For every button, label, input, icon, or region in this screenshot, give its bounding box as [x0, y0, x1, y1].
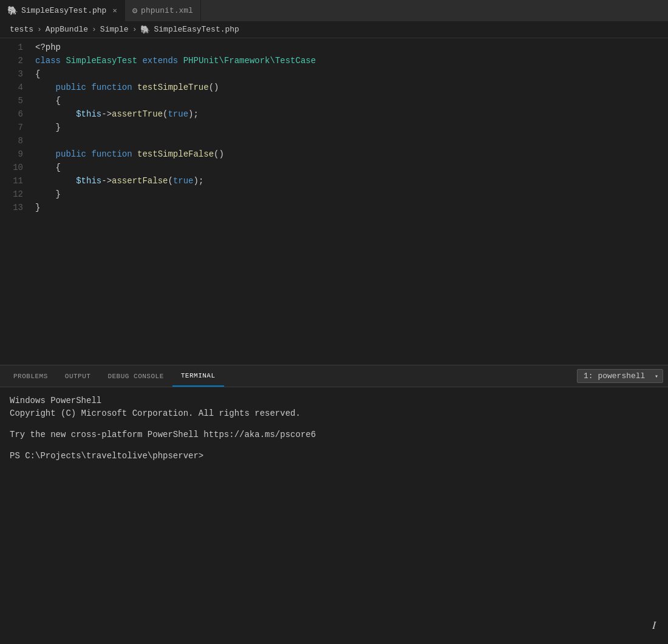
panel-tab-bar: PROBLEMS OUTPUT DEBUG CONSOLE TERMINAL 1…	[0, 365, 668, 387]
code-line-3: {	[35, 67, 663, 81]
code-line-2: class SimpleEasyTest extends PHPUnit\Fra…	[35, 54, 663, 67]
code-content[interactable]: <?php class SimpleEasyTest extends PHPUn…	[30, 41, 668, 362]
breadcrumb-sep-2: ›	[92, 25, 97, 34]
terminal-blank-2	[10, 441, 658, 450]
code-line-7: }	[35, 121, 663, 134]
tab-terminal[interactable]: TERMINAL	[172, 365, 224, 387]
terminal-prompt: PS C:\Projects\traveltolive\phpserver>	[10, 450, 658, 463]
cursor-indicator: 𝐼	[652, 619, 656, 632]
terminal-line-1: Windows PowerShell	[10, 395, 658, 407]
tab-label: phpunit.xml	[141, 6, 193, 15]
code-line-1: <?php	[35, 41, 663, 54]
xml-file-icon: ⚙	[132, 5, 137, 16]
code-line-12: }	[35, 188, 663, 201]
breadcrumb-part-tests[interactable]: tests	[10, 25, 33, 34]
tab-bar: 🐘 SimpleEasyTest.php ✕ ⚙ phpunit.xml	[0, 0, 668, 21]
code-line-11: $this->assertFalse(true);	[35, 174, 663, 188]
code-line-13: }	[35, 201, 663, 214]
breadcrumb-sep-3: ›	[132, 25, 137, 34]
php-file-icon: 🐘	[7, 5, 18, 16]
code-line-4: public function testSimpleTrue()	[35, 81, 663, 94]
code-editor: 1 2 3 4 5 6 7 8 9 10 11 12 13 <?php clas…	[0, 38, 668, 365]
code-area[interactable]: 1 2 3 4 5 6 7 8 9 10 11 12 13 <?php clas…	[0, 38, 668, 365]
breadcrumb: tests › AppBundle › Simple › 🐘 SimpleEas…	[0, 21, 668, 38]
code-line-6: $this->assertTrue(true);	[35, 107, 663, 121]
tab-simpleeasytest[interactable]: 🐘 SimpleEasyTest.php ✕	[0, 0, 125, 21]
breadcrumb-part-simple[interactable]: Simple	[100, 25, 129, 34]
panel: PROBLEMS OUTPUT DEBUG CONSOLE TERMINAL 1…	[0, 365, 668, 644]
tab-phpunit[interactable]: ⚙ phpunit.xml	[125, 0, 201, 21]
tab-problems[interactable]: PROBLEMS	[5, 365, 56, 387]
terminal-content[interactable]: Windows PowerShell Copyright (C) Microso…	[0, 387, 668, 644]
tab-close-button[interactable]: ✕	[112, 6, 117, 15]
tab-label: SimpleEasyTest.php	[21, 6, 106, 15]
panel-controls: 1: powershell 2: bash ▾	[577, 365, 663, 387]
breadcrumb-file-icon: 🐘	[140, 25, 150, 35]
code-line-9: public function testSimpleFalse()	[35, 147, 663, 161]
breadcrumb-sep-1: ›	[37, 25, 42, 34]
terminal-line-2: Copyright (C) Microsoft Corporation. All…	[10, 407, 658, 420]
code-line-8	[35, 134, 663, 147]
line-numbers: 1 2 3 4 5 6 7 8 9 10 11 12 13	[0, 41, 30, 362]
terminal-blank-1	[10, 420, 658, 429]
tab-debug-console[interactable]: DEBUG CONSOLE	[99, 365, 172, 387]
breadcrumb-part-appbundle[interactable]: AppBundle	[46, 25, 88, 34]
code-line-10: {	[35, 161, 663, 174]
tab-output[interactable]: OUTPUT	[56, 365, 100, 387]
terminal-line-3: Try the new cross-platform PowerShell ht…	[10, 429, 658, 441]
code-line-5: {	[35, 94, 663, 107]
terminal-select[interactable]: 1: powershell 2: bash	[577, 369, 663, 383]
breadcrumb-file[interactable]: SimpleEasyTest.php	[154, 25, 239, 34]
terminal-selector-wrapper[interactable]: 1: powershell 2: bash ▾	[577, 369, 663, 383]
